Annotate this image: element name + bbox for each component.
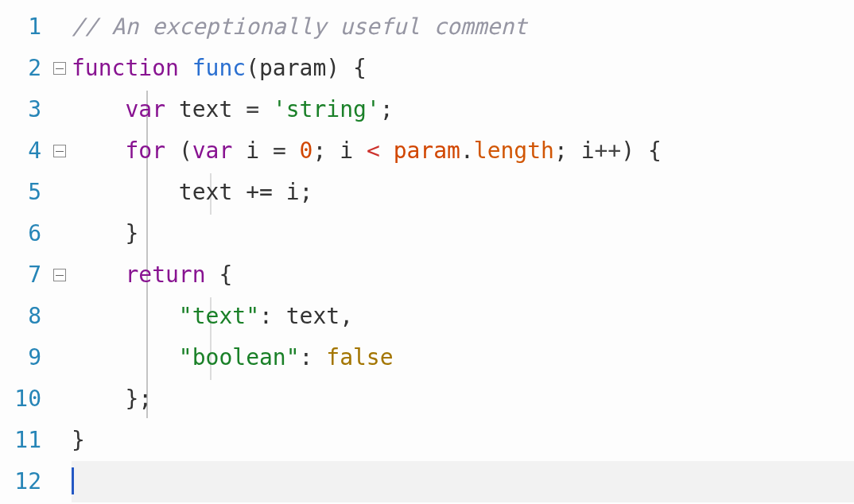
code-editor[interactable]: 1 2 3 4 5 6 7 8 9 10 11 12 xyxy=(0,0,854,504)
token-space xyxy=(568,138,581,164)
token-brace: } xyxy=(125,220,138,246)
token-indent xyxy=(72,138,125,164)
token-string: 'string' xyxy=(273,96,380,122)
token-parameter: param xyxy=(259,55,326,81)
token-property: length xyxy=(474,138,554,164)
token-identifier: param xyxy=(394,138,460,164)
token-punct: ; xyxy=(554,138,568,164)
token-punct: : xyxy=(259,303,273,329)
fold-gutter xyxy=(48,0,72,504)
token-brace: } xyxy=(125,386,138,412)
token-space xyxy=(380,138,394,164)
token-indent xyxy=(72,96,125,122)
token-punct: ( xyxy=(246,55,259,81)
line-number-gutter: 1 2 3 4 5 6 7 8 9 10 11 12 xyxy=(0,0,48,504)
token-keyword: for xyxy=(125,138,165,164)
code-line[interactable]: var text = 'string'; xyxy=(72,89,854,130)
line-number: 11 xyxy=(0,420,48,461)
code-line[interactable]: } xyxy=(72,213,854,254)
token-space xyxy=(340,55,353,81)
line-number: 10 xyxy=(0,378,48,420)
token-brace: { xyxy=(648,138,662,164)
token-operator: += xyxy=(246,179,273,205)
token-space xyxy=(179,55,192,81)
token-operator: < xyxy=(367,138,380,164)
token-string: "boolean" xyxy=(179,344,300,370)
code-line[interactable]: function func(param) { xyxy=(72,48,854,89)
token-indent xyxy=(72,303,179,329)
token-punct: . xyxy=(460,138,474,164)
token-space xyxy=(232,179,246,205)
token-punct: ; xyxy=(300,179,313,205)
line-number: 6 xyxy=(0,213,48,254)
token-space xyxy=(165,96,179,122)
token-keyword: return xyxy=(125,262,205,288)
code-line[interactable]: for (var i = 0; i < param.length; i++) { xyxy=(72,130,854,172)
token-brace: } xyxy=(72,427,85,453)
token-identifier: i xyxy=(581,138,595,164)
line-number: 4 xyxy=(0,130,48,172)
token-brace: { xyxy=(353,55,367,81)
token-identifier: i xyxy=(246,138,259,164)
code-line[interactable]: }; xyxy=(72,378,854,420)
token-punct: ; xyxy=(138,386,152,412)
token-punct: ; xyxy=(380,96,394,122)
token-space xyxy=(232,96,246,122)
code-line[interactable]: // An exceptionally useful comment xyxy=(72,6,854,48)
token-space xyxy=(273,303,286,329)
token-boolean: false xyxy=(326,344,393,370)
token-punct: , xyxy=(340,303,353,329)
code-line[interactable]: } xyxy=(72,420,854,461)
code-line[interactable]: return { xyxy=(72,254,854,296)
code-line[interactable]: "boolean": false xyxy=(72,337,854,378)
token-indent xyxy=(72,262,125,288)
line-number: 2 xyxy=(0,48,48,89)
line-number: 12 xyxy=(0,461,48,502)
fold-toggle-icon[interactable] xyxy=(53,269,66,281)
text-cursor xyxy=(72,467,74,494)
token-space xyxy=(165,138,179,164)
token-indent xyxy=(72,220,125,246)
code-line-current[interactable] xyxy=(72,461,854,502)
line-number: 8 xyxy=(0,296,48,337)
code-line[interactable]: text += i; xyxy=(72,172,854,213)
token-indent xyxy=(72,179,179,205)
token-space xyxy=(259,96,273,122)
line-number: 9 xyxy=(0,337,48,378)
token-indent xyxy=(72,386,125,412)
token-punct: ) xyxy=(326,55,340,81)
line-number: 5 xyxy=(0,172,48,213)
code-line[interactable]: "text": text, xyxy=(72,296,854,337)
token-operator: = xyxy=(246,96,259,122)
token-punct: : xyxy=(300,344,313,370)
token-identifier: text xyxy=(179,96,232,122)
token-space xyxy=(232,138,246,164)
token-indent xyxy=(72,344,179,370)
token-keyword: var xyxy=(192,138,233,164)
code-area[interactable]: // An exceptionally useful comment funct… xyxy=(72,0,854,504)
token-identifier: i xyxy=(286,179,300,205)
token-punct: ; xyxy=(312,138,326,164)
token-operator: ++ xyxy=(595,138,622,164)
token-string: "text" xyxy=(179,303,259,329)
line-number: 1 xyxy=(0,6,48,48)
token-space xyxy=(312,344,326,370)
token-function-name: func xyxy=(192,55,246,81)
token-punct: ) xyxy=(621,138,635,164)
fold-toggle-icon[interactable] xyxy=(53,62,66,75)
token-identifier: text xyxy=(179,179,232,205)
token-punct: ( xyxy=(179,138,192,164)
token-space xyxy=(259,138,273,164)
token-keyword: function xyxy=(72,55,179,81)
line-number: 7 xyxy=(0,254,48,296)
token-comment: // An exceptionally useful comment xyxy=(72,14,527,40)
line-number: 3 xyxy=(0,89,48,130)
token-keyword: var xyxy=(125,96,165,122)
token-space xyxy=(273,179,286,205)
fold-toggle-icon[interactable] xyxy=(53,145,66,157)
token-identifier: i xyxy=(340,138,353,164)
token-space xyxy=(206,262,219,288)
token-space xyxy=(286,138,300,164)
token-number: 0 xyxy=(300,138,313,164)
token-brace: { xyxy=(219,262,232,288)
